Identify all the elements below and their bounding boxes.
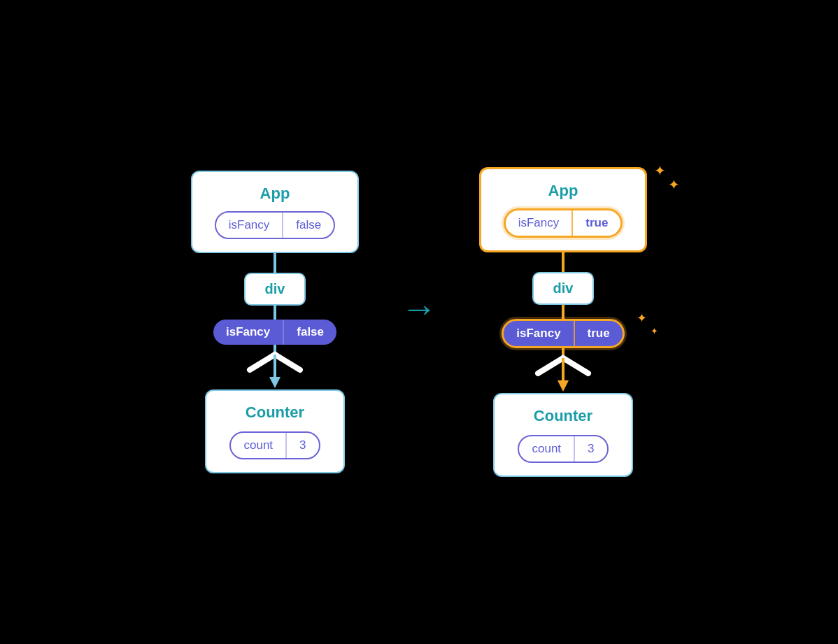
left-div-label: div xyxy=(265,281,285,296)
right-counter-prop-value: 3 xyxy=(575,436,606,461)
left-fork-svg xyxy=(219,345,331,389)
left-counter-title: Counter xyxy=(246,403,304,422)
svg-line-7 xyxy=(563,358,588,373)
left-app-prop-divider xyxy=(282,213,283,238)
svg-line-6 xyxy=(538,358,563,373)
sparkle-top: ✦ xyxy=(654,162,666,179)
left-counter-box: Counter count 3 xyxy=(205,389,345,473)
right-counter-prop-pill: count 3 xyxy=(518,435,608,463)
transition-arrow: → xyxy=(401,290,437,327)
right-div-node: div xyxy=(532,272,595,305)
right-counter-title: Counter xyxy=(534,407,592,425)
left-child-prop-pill: isFancy false xyxy=(213,320,336,345)
right-div-label: div xyxy=(553,280,574,296)
sparkle-right: ✦ xyxy=(668,176,680,193)
right-conn2 xyxy=(562,305,564,319)
diagram-container: App isFancy false div isFancy false xyxy=(0,0,838,644)
left-counter-prop-value: 3 xyxy=(287,433,318,458)
left-fork xyxy=(219,345,331,389)
right-conn1 xyxy=(562,252,564,272)
left-conn2 xyxy=(274,306,276,320)
right-counter-box: Counter count 3 xyxy=(493,393,633,477)
left-app-title: App xyxy=(260,185,290,203)
right-child-prop-value: true xyxy=(575,321,623,346)
svg-line-1 xyxy=(250,355,275,370)
sparkle-pill-bottom: ✦ xyxy=(651,326,658,336)
left-conn1 xyxy=(274,253,276,273)
right-counter-prop-divider xyxy=(574,436,575,461)
svg-marker-9 xyxy=(558,380,569,392)
arrow-symbol: → xyxy=(401,290,437,327)
left-app-prop-pill: isFancy false xyxy=(215,211,336,239)
right-app-title: App xyxy=(548,182,578,200)
right-child-prop-pill: isFancy true xyxy=(502,319,624,348)
right-app-prop-divider xyxy=(571,210,573,236)
left-counter-prop-divider xyxy=(285,433,287,458)
left-child-prop-value: false xyxy=(284,320,336,345)
sparkle-pill-top: ✦ xyxy=(637,310,647,326)
right-app-prop-pill: isFancy true xyxy=(504,208,623,238)
left-counter-prop-pill: count 3 xyxy=(229,431,320,459)
left-counter-prop-name: count xyxy=(231,433,285,458)
left-app-prop-name: isFancy xyxy=(216,213,283,238)
right-app-box: ✦ ✦ App isFancy true xyxy=(479,167,647,252)
left-diagram: App isFancy false div isFancy false xyxy=(191,171,359,473)
right-counter-prop-name: count xyxy=(519,436,574,461)
right-app-prop-name: isFancy xyxy=(506,210,572,236)
right-child-prop-divider xyxy=(574,321,575,346)
left-div-node: div xyxy=(244,273,306,306)
right-fork-svg xyxy=(507,348,619,393)
svg-line-2 xyxy=(275,355,300,370)
right-diagram: ✦ ✦ App isFancy true div isFancy true xyxy=(479,167,647,477)
left-child-prop-name: isFancy xyxy=(213,320,283,345)
right-child-prop-name: isFancy xyxy=(504,321,573,346)
left-app-box: App isFancy false xyxy=(191,171,359,253)
left-child-prop-divider xyxy=(283,320,284,345)
right-app-prop-value: true xyxy=(573,210,620,236)
right-fork xyxy=(507,348,619,393)
left-app-prop-value: false xyxy=(283,213,334,238)
svg-marker-4 xyxy=(269,377,280,388)
